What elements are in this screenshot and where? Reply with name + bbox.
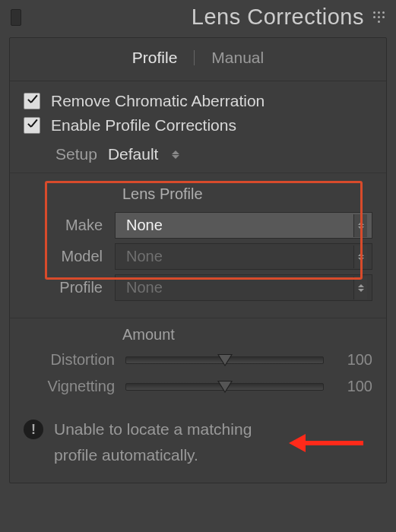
chevron-updown-icon — [353, 245, 367, 268]
make-select[interactable]: None — [115, 212, 372, 239]
amount-section-label: Amount — [24, 326, 372, 344]
profile-value: None — [126, 279, 163, 296]
chevron-updown-icon — [353, 214, 367, 237]
tab-separator — [194, 50, 195, 65]
profile-label: Profile — [24, 279, 115, 296]
vignetting-label: Vignetting — [24, 378, 115, 395]
panel-enable-toggle[interactable] — [11, 9, 21, 26]
panel-menu-icon[interactable] — [373, 11, 385, 24]
lens-corrections-panel: Profile Manual Remove Chromatic Aberrati… — [9, 37, 387, 483]
distortion-label: Distortion — [24, 351, 115, 369]
tab-manual[interactable]: Manual — [211, 49, 264, 67]
divider — [10, 81, 386, 81]
model-select[interactable]: None — [115, 243, 372, 270]
profile-select[interactable]: None — [115, 274, 372, 301]
lens-profile-section-label: Lens Profile — [24, 185, 372, 203]
warning-icon: ! — [24, 420, 43, 439]
enable-profile-label: Enable Profile Corrections — [51, 116, 236, 135]
model-value: None — [126, 248, 163, 265]
distortion-slider[interactable] — [125, 356, 324, 364]
vignetting-slider[interactable] — [125, 383, 324, 391]
setup-stepper[interactable] — [172, 150, 179, 159]
setup-label: Setup — [55, 145, 97, 163]
enable-profile-checkbox[interactable] — [24, 117, 40, 134]
tab-row: Profile Manual — [10, 38, 386, 78]
model-label: Model — [24, 248, 115, 265]
chevron-updown-icon — [353, 277, 367, 299]
annotation-arrow — [303, 441, 363, 445]
vignetting-value[interactable]: 100 — [334, 378, 372, 395]
tab-profile[interactable]: Profile — [132, 49, 178, 67]
remove-chromatic-label: Remove Chromatic Aberration — [51, 92, 265, 110]
make-label: Make — [24, 217, 115, 234]
make-value: None — [126, 217, 163, 234]
warning-text: Unable to locate a matching profile auto… — [54, 416, 282, 467]
panel-title: Lens Corrections — [21, 5, 373, 30]
distortion-value[interactable]: 100 — [334, 351, 372, 369]
remove-chromatic-checkbox[interactable] — [24, 93, 40, 109]
setup-value: Default — [108, 145, 159, 163]
